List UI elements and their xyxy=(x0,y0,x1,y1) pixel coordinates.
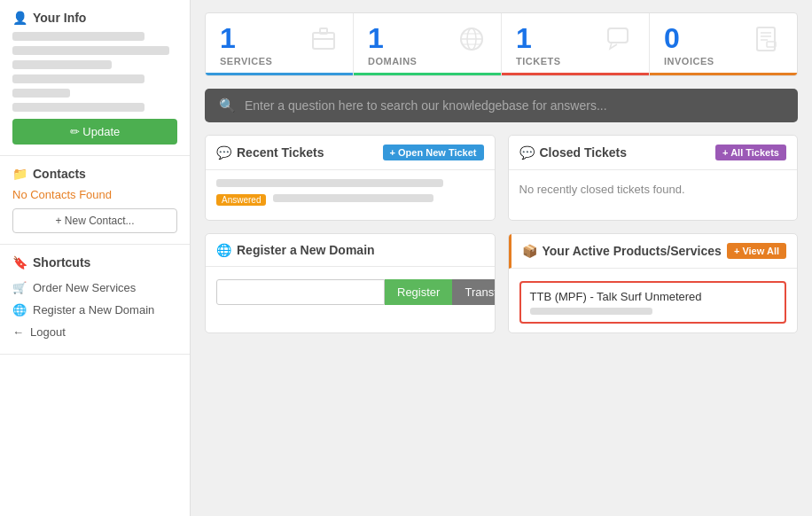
active-products-title: 📦 Your Active Products/Services xyxy=(522,244,722,258)
package-icon xyxy=(308,24,339,60)
user-country-line xyxy=(12,103,144,112)
open-new-ticket-button[interactable]: + Open New Ticket xyxy=(383,145,484,160)
stat-invoices-info: 0 INVOICES xyxy=(664,24,714,66)
active-products-body: TTB (MPF) - Talk Surf Unmetered xyxy=(509,269,798,332)
cart-icon: 🛒 xyxy=(12,281,27,294)
shortcuts-icon: 🔖 xyxy=(12,255,27,270)
recent-tickets-title: 💬 Recent Tickets xyxy=(216,145,324,160)
product-name: TTB (MPF) - Talk Surf Unmetered xyxy=(530,290,777,303)
ticket-status-badge: Answered xyxy=(216,194,266,206)
recent-tickets-card: 💬 Recent Tickets + Open New Ticket Answe… xyxy=(205,135,496,221)
main-content: 1 SERVICES 1 DOMAINS xyxy=(191,0,812,516)
ticket-title-line xyxy=(216,179,443,187)
user-city-line xyxy=(12,74,144,83)
stat-tickets[interactable]: 1 TICKETS xyxy=(502,13,650,75)
closed-ticket-icon: 💬 xyxy=(519,145,535,160)
search-icon: 🔍 xyxy=(219,98,236,113)
user-addr-line2 xyxy=(12,60,112,69)
ticket-item-1: Answered xyxy=(216,179,484,206)
shortcuts-section: 🔖 Shortcuts 🛒 Order New Services 🌐 Regis… xyxy=(0,245,190,355)
stat-tickets-info: 1 TICKETS xyxy=(516,24,561,66)
stat-invoices[interactable]: 0 INVOICES xyxy=(650,13,797,75)
closed-tickets-title: 💬 Closed Tickets xyxy=(519,145,628,160)
chat-icon xyxy=(605,24,635,60)
closed-tickets-header: 💬 Closed Tickets + All Tickets xyxy=(509,136,798,170)
invoices-underline xyxy=(650,73,797,75)
shortcuts-title: 🔖 Shortcuts xyxy=(12,255,177,270)
recent-tickets-header: 💬 Recent Tickets + Open New Ticket xyxy=(206,136,495,170)
products-icon: 📦 xyxy=(522,244,537,258)
closed-tickets-card: 💬 Closed Tickets + All Tickets No recent… xyxy=(508,135,799,221)
contacts-icon: 📁 xyxy=(12,167,27,181)
search-input[interactable] xyxy=(245,98,784,113)
stat-services[interactable]: 1 SERVICES xyxy=(206,13,354,75)
sidebar: 👤 Your Info ✏ Update 📁 Contacts No Conta… xyxy=(0,0,191,516)
stats-row: 1 SERVICES 1 DOMAINS xyxy=(205,12,798,76)
shortcut-list: 🛒 Order New Services 🌐 Register a New Do… xyxy=(12,277,177,343)
stat-services-info: 1 SERVICES xyxy=(220,24,272,66)
content-grid: 💬 Recent Tickets + Open New Ticket Answe… xyxy=(205,135,798,333)
ticket-meta-line xyxy=(273,194,433,202)
transfer-button[interactable]: Transfer xyxy=(452,279,495,305)
svg-rect-0 xyxy=(313,33,334,49)
logout-icon: ← xyxy=(12,325,24,339)
closed-tickets-body: No recently closed tickets found. xyxy=(509,170,798,208)
user-post-line xyxy=(12,89,70,98)
active-products-header: 📦 Your Active Products/Services + View A… xyxy=(509,234,798,269)
stat-domains[interactable]: 1 DOMAINS xyxy=(354,13,502,75)
globe-stat-icon xyxy=(457,24,487,60)
product-item-1[interactable]: TTB (MPF) - Talk Surf Unmetered xyxy=(519,281,787,324)
all-tickets-button[interactable]: + All Tickets xyxy=(715,145,786,160)
domain-input[interactable] xyxy=(216,279,385,305)
update-button[interactable]: ✏ Update xyxy=(12,119,177,145)
contacts-title: 📁 Contacts xyxy=(12,167,177,181)
no-closed-tickets-label: No recently closed tickets found. xyxy=(519,179,787,199)
register-domain-card: 🌐 Register a New Domain Register Transfe… xyxy=(205,233,496,333)
services-underline xyxy=(206,73,353,75)
recent-tickets-body: Answered xyxy=(206,170,495,220)
new-contact-button[interactable]: + New Contact... xyxy=(12,208,177,233)
user-addr-line1 xyxy=(12,46,169,55)
register-domain-header: 🌐 Register a New Domain xyxy=(206,234,495,267)
user-info-blurred xyxy=(12,32,177,112)
register-domain-body: Register Transfer xyxy=(206,267,495,314)
search-bar: 🔍 xyxy=(205,89,798,122)
ticket-icon: 💬 xyxy=(216,145,231,160)
svg-rect-8 xyxy=(608,28,628,43)
invoice-icon xyxy=(753,24,783,60)
your-info-section: 👤 Your Info ✏ Update xyxy=(0,0,190,156)
shortcut-logout[interactable]: ← Logout xyxy=(12,321,177,343)
shortcut-order-services[interactable]: 🛒 Order New Services xyxy=(12,277,177,299)
svg-rect-1 xyxy=(320,28,327,34)
view-all-button[interactable]: + View All xyxy=(727,243,786,259)
product-sub-line xyxy=(530,308,653,315)
domains-underline xyxy=(354,73,501,75)
tickets-underline xyxy=(502,73,649,75)
your-info-title: 👤 Your Info xyxy=(12,11,177,25)
globe-icon: 🌐 xyxy=(12,303,27,317)
register-button[interactable]: Register xyxy=(385,279,452,305)
active-products-card: 📦 Your Active Products/Services + View A… xyxy=(508,233,799,333)
user-icon: 👤 xyxy=(12,11,27,25)
no-contacts-label: No Contacts Found xyxy=(12,188,177,201)
user-name-line xyxy=(12,32,144,41)
contacts-section: 📁 Contacts No Contacts Found + New Conta… xyxy=(0,156,190,245)
domain-row: Register Transfer xyxy=(216,279,484,305)
shortcut-register-domain[interactable]: 🌐 Register a New Domain xyxy=(12,299,177,321)
register-domain-title: 🌐 Register a New Domain xyxy=(216,243,375,257)
stat-domains-info: 1 DOMAINS xyxy=(368,24,417,66)
domain-icon: 🌐 xyxy=(216,243,231,257)
